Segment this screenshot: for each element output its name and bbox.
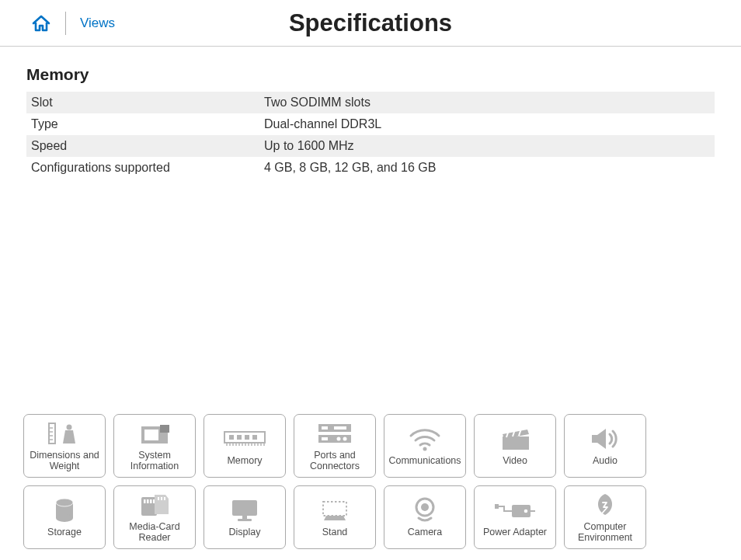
spec-value: Two SODIMM slots — [264, 96, 710, 110]
tile-navigation: Dimensions and Weight System Information… — [23, 414, 718, 549]
views-link[interactable]: Views — [80, 16, 115, 31]
svg-point-33 — [343, 437, 347, 440]
tile-communications[interactable]: Communications — [384, 414, 466, 478]
top-bar: Views Specifications — [0, 0, 741, 47]
spec-value: Up to 1600 MHz — [264, 139, 710, 153]
table-row: Speed Up to 1600 MHz — [26, 135, 715, 157]
tile-memory[interactable]: Memory — [204, 414, 286, 478]
divider — [65, 12, 66, 35]
tile-audio[interactable]: Audio — [564, 414, 646, 478]
svg-rect-57 — [512, 505, 531, 517]
monitor-icon — [228, 496, 261, 525]
svg-rect-10 — [229, 435, 234, 440]
tile-camera[interactable]: Camera — [384, 485, 466, 549]
spec-label: Configurations supported — [31, 161, 264, 175]
svg-rect-8 — [160, 425, 169, 433]
svg-rect-0 — [49, 423, 55, 443]
ram-icon — [223, 424, 266, 454]
content-area: Memory Slot Two SODIMM slots Type Dual-c… — [0, 47, 741, 179]
tile-label: Display — [229, 527, 261, 537]
adapter-icon — [493, 496, 537, 525]
svg-rect-11 — [237, 435, 242, 440]
tile-label: Memory — [227, 455, 262, 466]
svg-point-32 — [337, 437, 341, 440]
spec-value: 4 GB, 8 GB, 12 GB, and 16 GB — [264, 161, 710, 175]
tile-label: Communications — [388, 455, 461, 466]
tile-label: Dimensions and Weight — [26, 450, 103, 472]
tile-label: Ports and Connectors — [296, 450, 374, 472]
spec-table: Slot Two SODIMM slots Type Dual-channel … — [26, 92, 715, 179]
sdcard-icon — [137, 490, 172, 520]
stand-icon — [318, 496, 352, 525]
svg-rect-46 — [150, 499, 152, 503]
spec-label: Slot — [31, 96, 264, 110]
svg-point-5 — [67, 424, 72, 430]
svg-rect-54 — [323, 502, 346, 516]
table-row: Type Dual-channel DDR3L — [26, 113, 715, 135]
svg-rect-59 — [495, 504, 499, 509]
table-row: Slot Two SODIMM slots — [26, 92, 715, 113]
svg-rect-51 — [232, 500, 257, 516]
ports-icon — [315, 419, 354, 448]
svg-rect-52 — [242, 516, 247, 519]
svg-point-58 — [524, 510, 528, 513]
tile-label: Video — [503, 455, 527, 466]
ruler-weight-icon — [46, 419, 83, 448]
spec-value: Dual-channel DDR3L — [264, 117, 710, 131]
clapper-icon — [498, 424, 532, 454]
tile-storage[interactable]: Storage — [23, 485, 106, 549]
tile-label: Storage — [47, 527, 82, 537]
webcam-icon — [412, 496, 438, 525]
section-title: Memory — [26, 65, 715, 84]
cylinder-icon — [53, 496, 76, 525]
svg-rect-48 — [158, 497, 159, 500]
svg-point-56 — [421, 503, 429, 511]
svg-rect-35 — [503, 437, 529, 450]
svg-rect-50 — [164, 497, 165, 500]
svg-rect-13 — [252, 435, 257, 440]
tile-label: Stand — [322, 527, 348, 537]
wifi-icon — [408, 424, 442, 454]
spec-label: Type — [31, 117, 264, 131]
tile-system-information[interactable]: System Information — [113, 414, 196, 478]
svg-rect-53 — [238, 519, 252, 521]
tile-label: System Information — [116, 450, 193, 472]
leaf-icon — [593, 490, 618, 520]
tile-ports-and-connectors[interactable]: Ports and Connectors — [294, 414, 376, 478]
tile-computer-environment[interactable]: Computer Environment — [564, 485, 646, 549]
tile-dimensions-and-weight[interactable]: Dimensions and Weight — [23, 414, 106, 478]
svg-rect-31 — [322, 437, 328, 440]
tile-label: Computer Environment — [566, 521, 644, 544]
home-icon[interactable] — [31, 14, 51, 33]
svg-rect-12 — [245, 435, 249, 440]
svg-point-41 — [56, 514, 73, 522]
tile-stand[interactable]: Stand — [294, 485, 376, 549]
tile-label: Camera — [408, 527, 442, 537]
tile-label: Audio — [593, 455, 618, 466]
tile-power-adapter[interactable]: Power Adapter — [474, 485, 556, 549]
svg-rect-44 — [144, 499, 146, 503]
table-row: Configurations supported 4 GB, 8 GB, 12 … — [26, 157, 715, 179]
svg-rect-45 — [147, 499, 149, 503]
tile-video[interactable]: Video — [474, 414, 556, 478]
svg-rect-7 — [144, 430, 158, 440]
tile-media-card-reader[interactable]: Media-Card Reader — [113, 485, 196, 549]
svg-point-34 — [423, 447, 427, 450]
chip-icon — [137, 419, 172, 448]
tile-label: Power Adapter — [483, 527, 547, 537]
svg-rect-28 — [322, 426, 328, 430]
tile-display[interactable]: Display — [204, 485, 286, 549]
spec-label: Speed — [31, 139, 264, 153]
speaker-icon — [589, 424, 621, 454]
svg-rect-29 — [334, 426, 346, 430]
svg-rect-49 — [161, 497, 162, 500]
tile-label: Media-Card Reader — [116, 521, 193, 544]
